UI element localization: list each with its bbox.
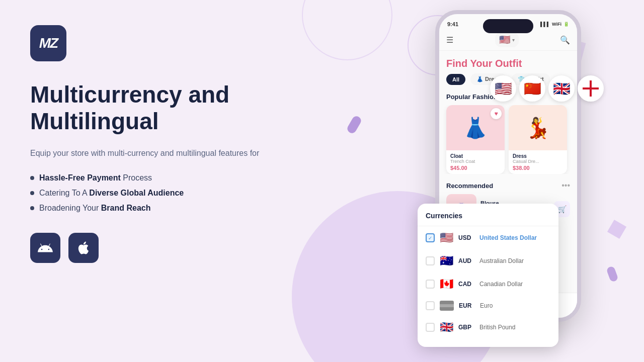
currency-code-eur: EUR bbox=[459, 302, 475, 309]
currency-code-cad: CAD bbox=[458, 281, 474, 288]
menu-icon[interactable]: ☰ bbox=[446, 35, 453, 45]
wifi-icon: WiFi bbox=[552, 22, 561, 27]
currency-row-usd[interactable]: ✓ 🇺🇸 USD United States Dollar bbox=[418, 226, 558, 249]
bg-arc bbox=[302, 0, 392, 60]
search-icon[interactable]: 🔍 bbox=[560, 35, 570, 45]
logo-box: MZ bbox=[30, 25, 66, 61]
currency-row-cad[interactable]: 🇨🇦 CAD Canadian Dollar bbox=[418, 273, 558, 296]
product-image-1: 👗 ♥ bbox=[446, 105, 505, 150]
currency-name-cad: Canadian Dollar bbox=[479, 281, 523, 288]
flag-cn: 🇨🇳 bbox=[519, 75, 545, 102]
currency-row-eur[interactable]: EUR Euro bbox=[418, 296, 558, 316]
status-icons: ▌▌▌ WiFi 🔋 bbox=[540, 22, 569, 27]
bullet-dot-3 bbox=[30, 206, 34, 210]
hero-title: Find Your Outfit bbox=[446, 58, 570, 69]
currency-name-eur: Euro bbox=[480, 302, 493, 309]
recommended-more-icon[interactable]: ••• bbox=[561, 181, 570, 190]
currency-row-gbp[interactable]: 🇬🇧 GBP British Pound bbox=[418, 316, 558, 339]
currency-check-aud bbox=[426, 256, 435, 265]
currency-check-usd: ✓ bbox=[426, 233, 435, 242]
lang-flag: 🇺🇸 bbox=[499, 34, 510, 45]
decor-pill-1 bbox=[346, 115, 363, 135]
feature-item-1: Hassle-Free Payment Process bbox=[30, 173, 312, 183]
apple-icon bbox=[76, 240, 91, 255]
headline-line2: Multilingual bbox=[30, 108, 312, 135]
currency-name-aud: Australian Dollar bbox=[479, 257, 524, 264]
feature-text-1: Hassle-Free Payment Process bbox=[39, 173, 152, 183]
currency-flag-eur bbox=[440, 301, 454, 311]
popup-title: Currencies bbox=[418, 212, 558, 226]
feature-item-3: Broadening Your Brand Reach bbox=[30, 204, 312, 213]
product-emoji-2: 💃 bbox=[525, 116, 550, 140]
bullet-dot-2 bbox=[30, 191, 34, 195]
currency-flag-usd: 🇺🇸 bbox=[440, 231, 453, 244]
status-time: 9:41 bbox=[447, 21, 458, 27]
feature-item-2: Catering To A Diverse Global Audience bbox=[30, 189, 312, 198]
currency-code-gbp: GBP bbox=[458, 324, 474, 331]
tab-all[interactable]: All bbox=[446, 74, 465, 85]
currency-flag-aud: 🇦🇺 bbox=[440, 254, 453, 267]
logo-text: MZ bbox=[39, 36, 57, 50]
product-card-1: 👗 ♥ Cloat Trench Coat $45.00 bbox=[446, 105, 505, 174]
product-image-2: 💃 bbox=[509, 105, 567, 150]
hero-title-accent: Outfit bbox=[495, 58, 522, 69]
chevron-down-icon: ▾ bbox=[512, 37, 515, 43]
android-icon bbox=[38, 240, 53, 255]
currency-name-gbp: British Pound bbox=[479, 324, 515, 331]
currency-check-gbp bbox=[426, 323, 435, 332]
product-info-2: Dress Casual Dre... $38.00 bbox=[509, 150, 567, 174]
flag-us: 🇺🇸 bbox=[490, 75, 516, 102]
product-price-1: $45.00 bbox=[450, 165, 501, 171]
subtext: Equip your store with multi-currency and… bbox=[30, 147, 272, 160]
product-name-2: Dress bbox=[513, 153, 563, 159]
currency-code-usd: USD bbox=[458, 234, 474, 241]
heart-button-1[interactable]: ♥ bbox=[491, 108, 502, 119]
product-info-1: Cloat Trench Coat $45.00 bbox=[446, 150, 505, 174]
android-button[interactable] bbox=[30, 233, 60, 263]
flag-circles: 🇺🇸 🇨🇳 🇬🇧 bbox=[490, 75, 604, 102]
product-grid: 👗 ♥ Cloat Trench Coat $45.00 💃 Dress bbox=[439, 105, 577, 174]
currency-check-eur bbox=[426, 301, 435, 310]
phone-notch bbox=[483, 19, 533, 33]
product-card-2: 💃 Dress Casual Dre... $38.00 bbox=[509, 105, 567, 174]
bullet-dot bbox=[30, 176, 34, 180]
ios-button[interactable] bbox=[68, 233, 99, 263]
svg-rect-2 bbox=[583, 87, 599, 89]
england-flag-icon bbox=[582, 79, 600, 98]
feature-list: Hassle-Free Payment Process Catering To … bbox=[30, 173, 312, 213]
app-hero: Find Your Outfit bbox=[439, 51, 577, 73]
battery-icon: 🔋 bbox=[564, 22, 569, 27]
phone-area: 🇺🇸 🇨🇳 🇬🇧 9:41 ▌▌▌ WiFi 🔋 bbox=[403, 10, 614, 352]
currency-code-aud: AUD bbox=[458, 257, 474, 264]
currency-row-aud[interactable]: 🇦🇺 AUD Australian Dollar bbox=[418, 249, 558, 273]
recommended-section-header: Recommended ••• bbox=[439, 179, 577, 194]
left-content: MZ Multicurrency and Multilingual Equip … bbox=[30, 25, 312, 263]
product-name-1: Cloat bbox=[450, 153, 501, 159]
language-selector[interactable]: 🇺🇸 ▾ bbox=[495, 32, 519, 47]
recommended-title: Recommended bbox=[446, 182, 493, 190]
currency-flag-cad: 🇨🇦 bbox=[440, 278, 453, 291]
hero-title-normal: Find Your bbox=[446, 58, 495, 69]
product-price-2: $38.00 bbox=[513, 165, 563, 171]
product-sub-1: Trench Coat bbox=[450, 159, 501, 164]
feature-text-2: Catering To A Diverse Global Audience bbox=[39, 189, 184, 198]
currency-name-usd: United States Dollar bbox=[479, 234, 537, 241]
currency-check-cad bbox=[426, 280, 435, 289]
currency-flag-gbp: 🇬🇧 bbox=[440, 321, 453, 334]
product-sub-2: Casual Dre... bbox=[513, 159, 563, 164]
headline: Multicurrency and Multilingual bbox=[30, 81, 312, 135]
headline-line1: Multicurrency and bbox=[30, 81, 312, 108]
flag-gb: 🇬🇧 bbox=[548, 75, 575, 102]
flag-eng bbox=[578, 75, 604, 102]
product-emoji-1: 👗 bbox=[463, 116, 488, 140]
store-buttons bbox=[30, 233, 312, 263]
feature-text-3: Broadening Your Brand Reach bbox=[39, 204, 150, 213]
signal-icon: ▌▌▌ bbox=[540, 22, 550, 27]
currency-popup: Currencies ✓ 🇺🇸 USD United States Dollar… bbox=[418, 204, 558, 347]
